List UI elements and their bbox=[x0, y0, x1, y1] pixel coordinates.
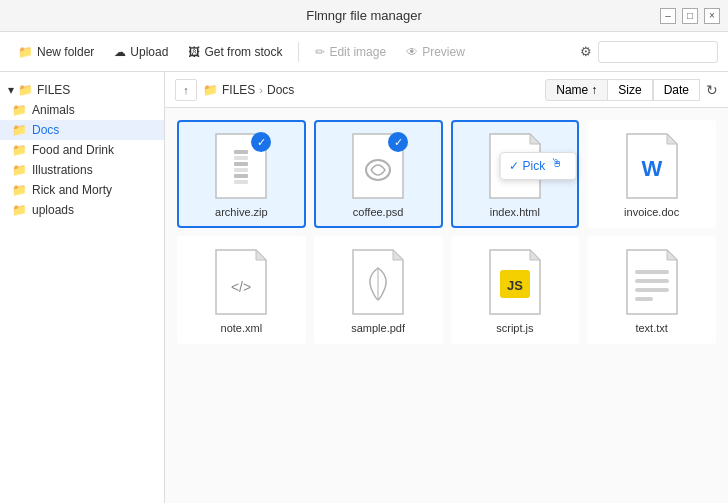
file-icon-xml: </> bbox=[209, 246, 273, 318]
sort-name-label: Name bbox=[556, 83, 588, 97]
sidebar-item-label: Rick and Morty bbox=[32, 183, 112, 197]
maximize-button[interactable]: □ bbox=[682, 8, 698, 24]
file-item-coffee-psd[interactable]: ✓coffee.psd bbox=[314, 120, 443, 228]
file-icon-pdf bbox=[346, 246, 410, 318]
edit-image-label: Edit image bbox=[329, 45, 386, 59]
file-item-index-html[interactable]: ✓Pick🖱index.html bbox=[451, 120, 580, 228]
file-icon-psd: ✓ bbox=[346, 130, 410, 202]
folder-icon: 📁 bbox=[12, 123, 27, 137]
sort-date-label: Date bbox=[664, 83, 689, 97]
svg-rect-31 bbox=[635, 279, 669, 283]
sort-by-size-button[interactable]: Size bbox=[608, 79, 652, 101]
sidebar-item-label: Docs bbox=[32, 123, 59, 137]
refresh-button[interactable]: ↻ bbox=[706, 79, 718, 101]
file-name: text.txt bbox=[635, 322, 667, 334]
new-folder-button[interactable]: 📁 New folder bbox=[10, 41, 102, 63]
svg-marker-29 bbox=[667, 250, 677, 260]
svg-rect-30 bbox=[635, 270, 669, 274]
app-title: Flmngr file manager bbox=[306, 8, 422, 23]
file-item-text-txt[interactable]: text.txt bbox=[587, 236, 716, 344]
folder-icon: 📁 bbox=[12, 163, 27, 177]
pick-check-icon: ✓ bbox=[509, 159, 519, 173]
svg-marker-19 bbox=[256, 250, 266, 260]
sidebar-item-animals[interactable]: 📁 Animals bbox=[0, 100, 164, 120]
svg-marker-12 bbox=[530, 134, 540, 144]
breadcrumb-separator: › bbox=[259, 84, 263, 96]
sidebar-item-label: Animals bbox=[32, 103, 75, 117]
svg-rect-2 bbox=[234, 150, 248, 154]
sidebar-item-uploads[interactable]: 📁 uploads bbox=[0, 200, 164, 220]
sidebar-item-label: Food and Drink bbox=[32, 143, 114, 157]
toolbar-separator bbox=[298, 42, 299, 62]
file-item-sample-pdf[interactable]: sample.pdf bbox=[314, 236, 443, 344]
svg-text:JS: JS bbox=[507, 278, 523, 293]
upload-button[interactable]: ☁ Upload bbox=[106, 41, 176, 63]
svg-rect-6 bbox=[234, 174, 248, 178]
file-name: coffee.psd bbox=[353, 206, 404, 218]
get-from-stock-label: Get from stock bbox=[204, 45, 282, 59]
folder-icon: 📁 bbox=[12, 203, 27, 217]
pick-tooltip[interactable]: ✓Pick🖱 bbox=[500, 152, 577, 180]
preview-icon: 👁 bbox=[406, 45, 418, 59]
file-icon-js: JS bbox=[483, 246, 547, 318]
file-name: invoice.doc bbox=[624, 206, 679, 218]
sidebar-item-label: Illustrations bbox=[32, 163, 93, 177]
sidebar-item-illustrations[interactable]: 📁 Illustrations bbox=[0, 160, 164, 180]
sort-controls: Name ↑ Size Date ↻ bbox=[545, 79, 718, 101]
sidebar-root-files[interactable]: ▾ 📁 FILES bbox=[0, 80, 164, 100]
svg-rect-7 bbox=[234, 180, 248, 184]
breadcrumb-docs[interactable]: Docs bbox=[267, 83, 294, 97]
sidebar-item-food-drink[interactable]: 📁 Food and Drink bbox=[0, 140, 164, 160]
file-item-archive-zip[interactable]: ✓archive.zip bbox=[177, 120, 306, 228]
preview-label: Preview bbox=[422, 45, 465, 59]
file-icon-doc: W bbox=[620, 130, 684, 202]
breadcrumb-bar: ↑ 📁 FILES › Docs Name ↑ Size Date ↻ bbox=[165, 72, 728, 108]
breadcrumb: 📁 FILES › Docs bbox=[203, 83, 294, 97]
sidebar-root-label: FILES bbox=[37, 83, 70, 97]
edit-image-button[interactable]: ✏ Edit image bbox=[307, 41, 394, 63]
toolbar: 📁 New folder ☁ Upload 🖼 Get from stock ✏… bbox=[0, 32, 728, 72]
file-name: script.js bbox=[496, 322, 533, 334]
file-name: archive.zip bbox=[215, 206, 268, 218]
search-area: ⚙ bbox=[580, 41, 718, 63]
file-name: index.html bbox=[490, 206, 540, 218]
get-from-stock-button[interactable]: 🖼 Get from stock bbox=[180, 41, 290, 63]
sidebar-item-docs[interactable]: 📁 Docs bbox=[0, 120, 164, 140]
edit-image-icon: ✏ bbox=[315, 45, 325, 59]
folder-icon: 📁 bbox=[12, 103, 27, 117]
folder-icon: 📁 bbox=[18, 83, 33, 97]
file-item-note-xml[interactable]: </>note.xml bbox=[177, 236, 306, 344]
file-name: sample.pdf bbox=[351, 322, 405, 334]
svg-text:</>: </> bbox=[231, 279, 251, 295]
sidebar-item-rick-morty[interactable]: 📁 Rick and Morty bbox=[0, 180, 164, 200]
file-grid: ✓archive.zip✓coffee.psd✓Pick🖱index.htmlW… bbox=[165, 108, 728, 503]
stock-icon: 🖼 bbox=[188, 45, 200, 59]
file-icon-zip: ✓ bbox=[209, 130, 273, 202]
preview-button[interactable]: 👁 Preview bbox=[398, 41, 473, 63]
svg-rect-3 bbox=[234, 156, 248, 160]
folder-icon: 📁 bbox=[12, 143, 27, 157]
close-button[interactable]: × bbox=[704, 8, 720, 24]
cursor-icon: 🖱 bbox=[551, 156, 567, 176]
svg-rect-4 bbox=[234, 162, 248, 166]
sort-direction-icon: ↑ bbox=[591, 83, 597, 97]
upload-icon: ☁ bbox=[114, 45, 126, 59]
window-controls: – □ × bbox=[660, 8, 720, 24]
sort-size-label: Size bbox=[618, 83, 641, 97]
sort-by-name-button[interactable]: Name ↑ bbox=[545, 79, 608, 101]
minimize-button[interactable]: – bbox=[660, 8, 676, 24]
main-layout: ▾ 📁 FILES 📁 Animals 📁 Docs 📁 Food and Dr… bbox=[0, 72, 728, 503]
new-folder-label: New folder bbox=[37, 45, 94, 59]
titlebar: Flmngr file manager – □ × bbox=[0, 0, 728, 32]
sidebar: ▾ 📁 FILES 📁 Animals 📁 Docs 📁 Food and Dr… bbox=[0, 72, 165, 503]
content-area: ↑ 📁 FILES › Docs Name ↑ Size Date ↻ bbox=[165, 72, 728, 503]
search-input[interactable] bbox=[598, 41, 718, 63]
breadcrumb-files[interactable]: FILES bbox=[222, 83, 255, 97]
file-item-invoice-doc[interactable]: Winvoice.doc bbox=[587, 120, 716, 228]
svg-marker-22 bbox=[393, 250, 403, 260]
file-item-script-js[interactable]: JSscript.js bbox=[451, 236, 580, 344]
svg-text:W: W bbox=[641, 156, 662, 181]
back-button[interactable]: ↑ bbox=[175, 79, 197, 101]
sort-by-date-button[interactable]: Date bbox=[653, 79, 700, 101]
pick-label: Pick bbox=[523, 159, 546, 173]
